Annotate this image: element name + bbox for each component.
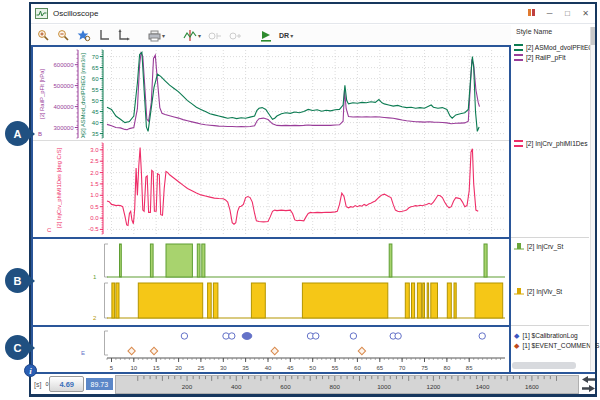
svg-text:1400: 1400 bbox=[475, 383, 489, 390]
printer-icon bbox=[148, 30, 161, 42]
svg-text:2.5: 2.5 bbox=[90, 158, 99, 164]
dr-label: DR bbox=[279, 32, 289, 39]
region-c-badge: C bbox=[5, 335, 30, 360]
signal-offset-button bbox=[228, 28, 243, 44]
minimize-button[interactable]: ─ bbox=[544, 9, 555, 19]
pin-icon[interactable] bbox=[526, 8, 537, 20]
svg-text:1000: 1000 bbox=[377, 383, 391, 390]
svg-text:10: 10 bbox=[130, 365, 137, 371]
zoom-in-button[interactable] bbox=[36, 28, 51, 44]
svg-text:20: 20 bbox=[175, 365, 182, 371]
window-title: Oscilloscope bbox=[53, 9, 98, 18]
measure-dropdown-caret-icon[interactable]: ▾ bbox=[198, 32, 201, 39]
analog-charts-canvas[interactable]: 3000004000005000006000003540455055606570… bbox=[33, 47, 509, 237]
info-icon[interactable]: i bbox=[24, 364, 37, 377]
legend-item-railp[interactable]: [2] RailP_pFlt bbox=[514, 52, 566, 62]
svg-text:45: 45 bbox=[287, 365, 294, 371]
title-bar[interactable]: Oscilloscope ─ □ ✕ bbox=[31, 4, 595, 24]
svg-text:45: 45 bbox=[92, 109, 99, 115]
close-button[interactable]: ✕ bbox=[580, 9, 591, 19]
panel-separator bbox=[511, 325, 589, 326]
dr-dropdown[interactable]: DR ▾ bbox=[278, 28, 294, 44]
zoom-out-button[interactable] bbox=[56, 28, 71, 44]
star-magnifier-icon bbox=[77, 29, 91, 42]
svg-text:75: 75 bbox=[421, 365, 428, 371]
axis-corner-icon bbox=[98, 29, 110, 42]
svg-text:0.5: 0.5 bbox=[90, 204, 99, 210]
svg-text:[2] RailP_pFlt [hPa]: [2] RailP_pFlt [hPa] bbox=[39, 69, 45, 119]
print-dropdown-caret-icon[interactable]: ▾ bbox=[162, 32, 165, 39]
svg-text:500000: 500000 bbox=[53, 83, 74, 89]
svg-text:60: 60 bbox=[92, 76, 99, 82]
legend-item-injvlv-st[interactable]: [2] InjVlv_St bbox=[514, 286, 562, 296]
timeline-arrows[interactable] bbox=[582, 376, 595, 392]
screenshot-stage: A B C Oscilloscope ─ □ ✕ bbox=[0, 0, 600, 400]
digital-states-canvas[interactable]: 12 bbox=[33, 239, 509, 325]
svg-text:50: 50 bbox=[92, 98, 99, 104]
events-canvas[interactable]: E510152025303540455055606570758085 bbox=[33, 327, 509, 374]
legend-item-injcrv-st[interactable]: [2] InjCrv_St bbox=[514, 241, 563, 251]
svg-text:600: 600 bbox=[280, 383, 291, 390]
legend-panel: Style Name [2] ASMod_dvolPFltEG [2] Rail… bbox=[511, 25, 595, 374]
svg-text:800: 800 bbox=[329, 383, 340, 390]
timeline-slider-thumb[interactable]: 4.69 bbox=[49, 376, 84, 392]
svg-text:400: 400 bbox=[231, 383, 242, 390]
step-style-icon bbox=[514, 242, 524, 250]
legend-header: Style Name bbox=[516, 28, 552, 35]
svg-text:40: 40 bbox=[265, 365, 272, 371]
cursor-cross-icon bbox=[183, 29, 197, 42]
svg-text:2.0: 2.0 bbox=[90, 170, 99, 176]
step-style-icon bbox=[514, 287, 524, 295]
svg-text:65: 65 bbox=[92, 65, 99, 71]
svg-text:55: 55 bbox=[332, 365, 339, 371]
svg-text:300000: 300000 bbox=[53, 125, 74, 131]
fixed-y-axis-button[interactable] bbox=[97, 28, 111, 44]
legend-item-injcrv-phi[interactable]: [2] InjCrv_phiMI1Des bbox=[514, 138, 588, 148]
svg-text:A: A bbox=[81, 133, 85, 139]
legend-item-event-comments[interactable]: ◆ [1] $EVENT_COMMENTS bbox=[514, 340, 599, 350]
diamond-style-icon: ◆ bbox=[514, 342, 519, 349]
diamond-style-icon: ◆ bbox=[514, 332, 519, 339]
signal-offset-icon bbox=[229, 30, 242, 42]
svg-text:65: 65 bbox=[376, 365, 383, 371]
axis-arrow-icon bbox=[117, 29, 130, 42]
recorder-button[interactable] bbox=[259, 28, 273, 44]
legend-item-calibrationlog[interactable]: ◆ [1] $CalibrationLog bbox=[514, 330, 578, 340]
svg-text:1600: 1600 bbox=[525, 383, 539, 390]
events-region[interactable]: E510152025303540455055606570758085 bbox=[31, 325, 511, 374]
digital-states-region[interactable]: 12 bbox=[31, 237, 511, 327]
svg-text:1.5: 1.5 bbox=[90, 181, 99, 187]
time-unit-label: [s] bbox=[34, 381, 41, 388]
analog-charts-region[interactable]: 3000004000005000006000003540455055606570… bbox=[31, 45, 511, 239]
line-style-icon bbox=[514, 44, 523, 51]
arrow-right-icon[interactable] bbox=[582, 385, 595, 392]
legend-item-asmod[interactable]: [2] ASMod_dvolPFltEG bbox=[514, 42, 593, 52]
horizontal-scrollbar[interactable] bbox=[512, 362, 576, 369]
oscilloscope-window: Oscilloscope ─ □ ✕ bbox=[29, 2, 597, 397]
svg-text:E: E bbox=[81, 350, 85, 356]
svg-text:35: 35 bbox=[92, 131, 99, 137]
app-icon bbox=[35, 8, 48, 19]
svg-text:40: 40 bbox=[92, 120, 99, 126]
region-b-badge: B bbox=[5, 268, 30, 293]
svg-text:1.0: 1.0 bbox=[90, 192, 99, 198]
print-button[interactable]: ▾ bbox=[147, 28, 166, 44]
fixed-x-axis-button[interactable] bbox=[116, 28, 131, 44]
panel-vertical-scrollbar[interactable] bbox=[590, 27, 595, 371]
zoom-fit-button[interactable] bbox=[76, 28, 92, 44]
timeline-bar: [s] 0 4.69 89.73 20040060080010001200140… bbox=[31, 372, 595, 394]
signal-diff-button bbox=[207, 28, 223, 44]
timeline-range-value[interactable]: 89.73 bbox=[86, 378, 113, 390]
maximize-button[interactable]: □ bbox=[562, 9, 573, 19]
arrow-left-icon[interactable] bbox=[582, 376, 595, 383]
svg-text:70: 70 bbox=[399, 365, 406, 371]
timeline-ruler[interactable]: 2004006008001000120014001600 bbox=[115, 375, 579, 394]
line-style-icon bbox=[514, 140, 523, 147]
green-arrow-icon bbox=[260, 30, 272, 42]
svg-text:0.0: 0.0 bbox=[90, 215, 99, 221]
svg-text:1: 1 bbox=[93, 274, 97, 280]
svg-text:200: 200 bbox=[182, 383, 193, 390]
measure-cursor-button[interactable]: ▾ bbox=[182, 28, 202, 44]
region-a-badge: A bbox=[5, 121, 30, 146]
magnifier-plus-icon bbox=[37, 29, 50, 42]
